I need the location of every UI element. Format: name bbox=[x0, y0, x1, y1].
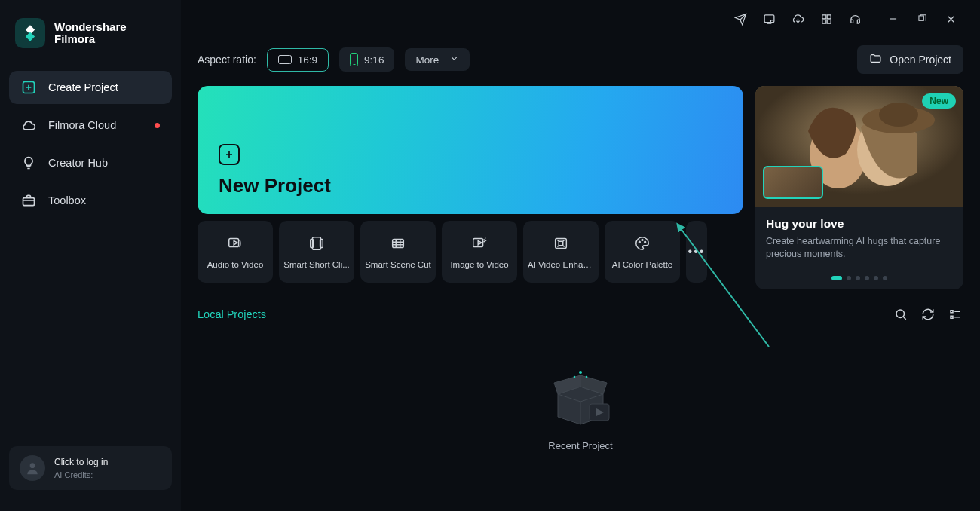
section-header: Local Projects bbox=[198, 306, 963, 323]
tools-row: Audio to Video Smart Short Cli... Smart … bbox=[198, 221, 743, 283]
login-title: Click to log in bbox=[54, 457, 108, 467]
promo-card[interactable]: New Hug your love Create heartwarming AI… bbox=[755, 86, 963, 289]
titlebar bbox=[198, 0, 963, 35]
tool-label: Audio to Video bbox=[202, 260, 268, 269]
svg-point-32 bbox=[579, 371, 582, 374]
tool-more-button[interactable]: ••• bbox=[686, 221, 707, 283]
login-credits: AI Credits: - bbox=[54, 470, 108, 479]
svg-rect-5 bbox=[764, 14, 774, 22]
empty-caption: Recent Project bbox=[548, 440, 612, 451]
media-icon[interactable] bbox=[756, 8, 782, 30]
promo-dot[interactable] bbox=[831, 276, 842, 280]
smart-short-clip-icon bbox=[308, 234, 326, 252]
tool-label: Smart Scene Cut bbox=[365, 260, 431, 269]
tool-label: Image to Video bbox=[446, 260, 513, 269]
tool-smart-short-clip[interactable]: Smart Short Cli... bbox=[279, 221, 354, 283]
sidebar-item-create-project[interactable]: Create Project bbox=[9, 71, 172, 104]
promo-dot[interactable] bbox=[847, 276, 851, 280]
chevron-down-icon bbox=[449, 54, 459, 66]
toolbox-icon bbox=[21, 193, 36, 208]
tool-smart-scene-cut[interactable]: Smart Scene Cut bbox=[360, 221, 436, 283]
promo-pagination[interactable] bbox=[755, 268, 963, 289]
aspect-9-16-label: 9:16 bbox=[364, 54, 384, 66]
svg-point-6 bbox=[770, 20, 773, 23]
smart-scene-cut-icon bbox=[389, 234, 407, 252]
app-logo: Wondershare Filmora bbox=[0, 11, 181, 65]
promo-dot[interactable] bbox=[874, 276, 878, 280]
tool-image-to-video[interactable]: Image to Video bbox=[442, 221, 517, 283]
search-icon[interactable] bbox=[893, 306, 909, 323]
svg-rect-20 bbox=[556, 239, 567, 249]
promo-dot[interactable] bbox=[865, 276, 869, 280]
tab-local-projects[interactable]: Local Projects bbox=[198, 308, 266, 320]
portrait-phone-icon bbox=[350, 53, 358, 66]
grid-icon[interactable] bbox=[813, 8, 839, 30]
aspect-more-button[interactable]: More bbox=[405, 48, 470, 71]
svg-rect-1 bbox=[26, 32, 35, 41]
svg-point-33 bbox=[574, 375, 576, 378]
list-view-icon[interactable] bbox=[947, 306, 963, 323]
login-card[interactable]: Click to log in AI Credits: - bbox=[9, 446, 172, 490]
logo-icon bbox=[15, 18, 45, 48]
refresh-icon[interactable] bbox=[920, 306, 936, 323]
cloud-download-icon[interactable] bbox=[785, 8, 810, 30]
audio-to-video-icon bbox=[226, 234, 244, 252]
promo-dot[interactable] bbox=[856, 276, 860, 280]
aspect-16-9-button[interactable]: 16:9 bbox=[267, 48, 329, 72]
svg-rect-11 bbox=[850, 20, 853, 23]
landscape-icon bbox=[278, 55, 292, 64]
sidebar-item-toolbox[interactable]: Toolbox bbox=[9, 184, 172, 217]
maximize-icon[interactable] bbox=[909, 8, 935, 30]
svg-rect-7 bbox=[822, 14, 825, 18]
sidebar-item-label: Creator Hub bbox=[48, 157, 108, 169]
ai-video-enhancer-icon bbox=[552, 234, 570, 252]
promo-title: Hug your love bbox=[766, 217, 953, 231]
sidebar-nav: Create Project Filmora Cloud Creator Hub bbox=[0, 65, 181, 223]
svg-rect-10 bbox=[827, 20, 831, 23]
tool-label: AI Color Palette bbox=[609, 260, 675, 269]
new-project-title: New Project bbox=[219, 174, 722, 197]
svg-rect-12 bbox=[857, 20, 859, 23]
toolbar: Aspect ratio: 16:9 9:16 More Open Projec… bbox=[198, 35, 963, 86]
main: Aspect ratio: 16:9 9:16 More Open Projec… bbox=[181, 0, 980, 511]
svg-point-29 bbox=[896, 310, 905, 318]
svg-rect-17 bbox=[320, 240, 323, 248]
promo-new-badge: New bbox=[922, 93, 956, 109]
close-icon[interactable] bbox=[938, 8, 963, 30]
svg-point-28 bbox=[879, 103, 918, 127]
ai-color-palette-icon bbox=[633, 234, 651, 252]
promo-thumbnail bbox=[763, 166, 823, 199]
tool-label: Smart Short Cli... bbox=[283, 260, 350, 269]
tool-ai-color-palette[interactable]: AI Color Palette bbox=[605, 221, 680, 283]
minimize-icon[interactable] bbox=[880, 8, 906, 30]
open-project-button[interactable]: Open Project bbox=[857, 45, 963, 74]
sidebar: Wondershare Filmora Create Project Filmo… bbox=[0, 0, 181, 511]
folder-icon bbox=[869, 52, 882, 67]
svg-rect-8 bbox=[827, 14, 831, 18]
send-icon[interactable] bbox=[727, 8, 753, 30]
headset-icon[interactable] bbox=[842, 8, 868, 30]
brand-line2: Filmora bbox=[54, 33, 127, 45]
promo-dot[interactable] bbox=[883, 276, 887, 280]
sidebar-item-filmora-cloud[interactable]: Filmora Cloud bbox=[9, 109, 172, 142]
svg-rect-9 bbox=[822, 20, 825, 23]
tool-ai-video-enhancer[interactable]: AI Video Enhan... bbox=[523, 221, 599, 283]
svg-point-34 bbox=[586, 375, 588, 378]
svg-point-4 bbox=[30, 463, 35, 468]
titlebar-separator bbox=[874, 12, 874, 26]
sidebar-item-label: Create Project bbox=[48, 81, 118, 93]
notification-dot-icon bbox=[155, 123, 160, 128]
more-dots-icon: ••• bbox=[688, 245, 706, 259]
svg-point-21 bbox=[639, 241, 640, 243]
aspect-9-16-button[interactable]: 9:16 bbox=[339, 47, 394, 72]
tool-audio-to-video[interactable]: Audio to Video bbox=[198, 221, 273, 283]
sidebar-item-label: Filmora Cloud bbox=[48, 119, 116, 131]
promo-image: New bbox=[755, 86, 963, 207]
svg-point-22 bbox=[642, 240, 643, 241]
svg-point-23 bbox=[645, 241, 646, 243]
open-project-label: Open Project bbox=[890, 54, 951, 66]
svg-rect-16 bbox=[311, 240, 314, 248]
sidebar-item-creator-hub[interactable]: Creator Hub bbox=[9, 146, 172, 179]
new-project-card[interactable]: New Project bbox=[198, 86, 743, 214]
svg-rect-13 bbox=[919, 16, 923, 20]
